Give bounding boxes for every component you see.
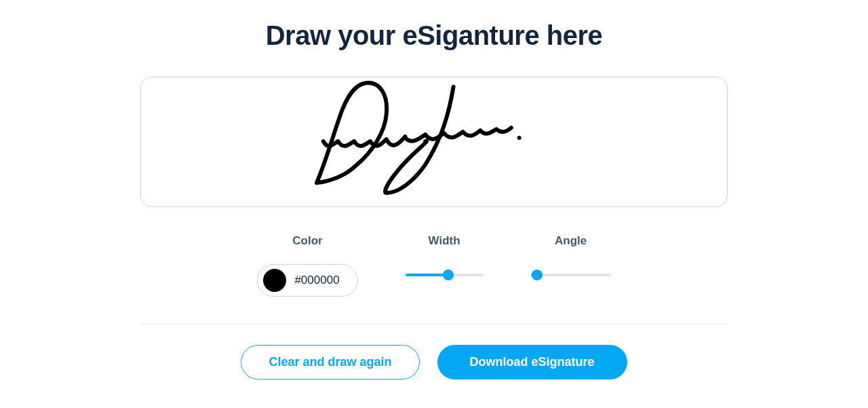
angle-slider-track bbox=[531, 274, 611, 276]
color-value: #000000 bbox=[294, 274, 339, 287]
controls-row: Color #000000 Width Angle bbox=[257, 234, 610, 324]
angle-slider-thumb[interactable] bbox=[532, 270, 542, 280]
color-control-group: Color #000000 bbox=[257, 234, 357, 297]
width-slider-thumb[interactable] bbox=[443, 270, 454, 280]
svg-point-0 bbox=[517, 136, 521, 140]
width-slider[interactable] bbox=[406, 270, 484, 280]
width-label: Width bbox=[429, 234, 460, 248]
signature-drawing bbox=[141, 77, 727, 206]
color-label: Color bbox=[292, 234, 322, 248]
angle-slider[interactable] bbox=[531, 270, 611, 280]
width-slider-fill bbox=[406, 274, 448, 276]
color-picker[interactable]: #000000 bbox=[257, 264, 357, 297]
angle-label: Angle bbox=[555, 234, 587, 248]
clear-button[interactable]: Clear and draw again bbox=[241, 345, 419, 379]
divider bbox=[140, 324, 728, 324]
buttons-row: Clear and draw again Download eSignature bbox=[241, 345, 627, 379]
width-control-group: Width bbox=[406, 234, 484, 280]
color-swatch bbox=[263, 269, 286, 292]
page-title: Draw your eSiganture here bbox=[266, 20, 603, 51]
signature-canvas[interactable] bbox=[140, 77, 728, 207]
download-button[interactable]: Download eSignature bbox=[437, 345, 627, 379]
angle-control-group: Angle bbox=[531, 234, 611, 280]
